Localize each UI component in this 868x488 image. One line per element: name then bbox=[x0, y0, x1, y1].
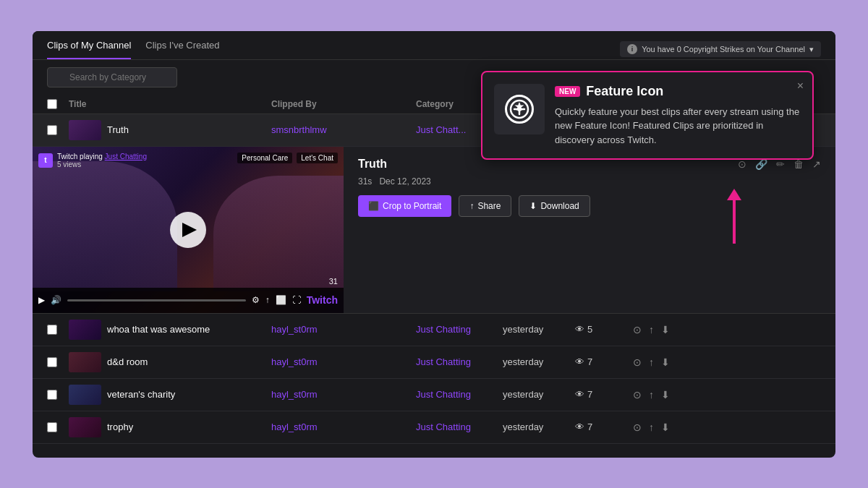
feature-action-3[interactable]: ⊙ bbox=[633, 421, 642, 433]
feature-popup: NEW Feature Icon Quickly feature your be… bbox=[481, 71, 814, 160]
thumb-0 bbox=[69, 320, 101, 340]
title-1: d&d room bbox=[107, 356, 148, 367]
popup-close-button[interactable]: × bbox=[797, 80, 804, 93]
category-0[interactable]: Just Chatting bbox=[416, 324, 503, 335]
share-control-icon[interactable]: ↑ bbox=[265, 295, 270, 305]
date-0: yesterday bbox=[503, 324, 575, 335]
download-icon: ⬇ bbox=[529, 201, 537, 211]
clip-title: Truth bbox=[358, 158, 387, 171]
actions-3: ⊙ ↑ ⬇ bbox=[633, 421, 705, 433]
popup-new-badge: NEW bbox=[555, 86, 580, 97]
settings-icon[interactable]: ⚙ bbox=[252, 295, 260, 305]
screenshot-icon[interactable]: ⬜ bbox=[276, 295, 286, 305]
thumb-1 bbox=[69, 352, 101, 372]
eye-icon-3: 👁 bbox=[575, 421, 584, 432]
feature-star-icon bbox=[505, 95, 534, 124]
actions-0: ⊙ ↑ ⬇ bbox=[633, 324, 705, 335]
video-duration-overlay: 31 bbox=[329, 277, 338, 286]
chevron-down-icon: ▾ bbox=[809, 45, 814, 54]
play-control-icon[interactable]: ▶ bbox=[38, 295, 45, 305]
info-icon: i bbox=[627, 44, 637, 54]
popup-title-row: NEW Feature Icon bbox=[555, 84, 801, 99]
row-title-2: veteran's charity bbox=[69, 385, 271, 405]
feature-action-2[interactable]: ⊙ bbox=[633, 389, 642, 401]
feature-action-1[interactable]: ⊙ bbox=[633, 356, 642, 368]
feature-action-0[interactable]: ⊙ bbox=[633, 324, 642, 335]
row-clipped-by-truth[interactable]: smsnbrthlmw bbox=[271, 124, 416, 135]
actions-2: ⊙ ↑ ⬇ bbox=[633, 389, 705, 401]
share-button[interactable]: ↑ Share bbox=[459, 195, 511, 217]
th-clipped-by: Clipped By bbox=[271, 99, 416, 109]
arrow-indicator bbox=[727, 189, 741, 244]
upload-action-1[interactable]: ↑ bbox=[649, 356, 654, 368]
external-link-icon[interactable]: ↗ bbox=[812, 158, 821, 170]
main-window: Clips of My Channel Clips I've Created i… bbox=[33, 31, 835, 458]
clipped-by-2[interactable]: hayl_st0rm bbox=[271, 389, 416, 400]
expanded-section: t Twitch playing Just Chatting 5 views P… bbox=[33, 147, 835, 314]
download-action-2[interactable]: ⬇ bbox=[661, 389, 670, 401]
download-action-1[interactable]: ⬇ bbox=[661, 356, 670, 368]
th-title: Title bbox=[69, 99, 271, 109]
search-input[interactable] bbox=[47, 67, 177, 87]
date-2: yesterday bbox=[503, 389, 575, 400]
upload-action-0[interactable]: ↑ bbox=[649, 324, 654, 335]
upload-action-3[interactable]: ↑ bbox=[649, 421, 654, 433]
search-wrapper: 🔍 bbox=[47, 67, 177, 87]
table-row[interactable]: whoa that was awesome hayl_st0rm Just Ch… bbox=[33, 314, 835, 346]
thumb-2 bbox=[69, 385, 101, 405]
tab-clips-my-channel[interactable]: Clips of My Channel bbox=[47, 40, 131, 59]
table-row[interactable]: veteran's charity hayl_st0rm Just Chatti… bbox=[33, 379, 835, 411]
header: Clips of My Channel Clips I've Created i… bbox=[33, 31, 835, 60]
category-2[interactable]: Just Chatting bbox=[416, 389, 503, 400]
tabs-left: Clips of My Channel Clips I've Created bbox=[47, 40, 220, 59]
thumb-truth bbox=[69, 120, 101, 140]
row-title-truth: Truth bbox=[69, 120, 271, 140]
download-action-3[interactable]: ⬇ bbox=[661, 421, 670, 433]
download-button[interactable]: ⬇ Download bbox=[519, 195, 590, 217]
actions-1: ⊙ ↑ ⬇ bbox=[633, 356, 705, 368]
fullscreen-icon[interactable]: ⛶ bbox=[292, 295, 301, 305]
volume-icon[interactable]: 🔊 bbox=[51, 295, 61, 305]
progress-bar[interactable] bbox=[67, 299, 246, 301]
row-title-0: whoa that was awesome bbox=[69, 320, 271, 340]
download-button-label: Download bbox=[540, 201, 579, 211]
select-all-checkbox[interactable] bbox=[47, 99, 57, 109]
clipped-by-0[interactable]: hayl_st0rm bbox=[271, 324, 416, 335]
twitch-logo-control: Twitch bbox=[307, 294, 338, 306]
category-1[interactable]: Just Chatting bbox=[416, 356, 503, 367]
checkbox-row-1[interactable] bbox=[47, 357, 57, 367]
row-title-3: trophy bbox=[69, 417, 271, 437]
checkbox-truth[interactable] bbox=[47, 125, 57, 135]
checkbox-row-3[interactable] bbox=[47, 422, 57, 432]
row-checkbox-truth bbox=[47, 125, 69, 135]
play-icon bbox=[182, 223, 197, 237]
popup-title: Feature Icon bbox=[586, 84, 663, 99]
clip-meta: 31s Dec 12, 2023 bbox=[358, 176, 821, 187]
download-action-0[interactable]: ⬇ bbox=[661, 324, 670, 335]
checkbox-row-2[interactable] bbox=[47, 390, 57, 400]
clip-button-row: ⬛ Crop to Portrait ↑ Share ⬇ Download bbox=[358, 195, 821, 217]
title-text-truth: Truth bbox=[107, 124, 129, 135]
table-row[interactable]: d&d room hayl_st0rm Just Chatting yester… bbox=[33, 346, 835, 379]
upload-action-2[interactable]: ↑ bbox=[649, 389, 654, 401]
views-0: 👁 5 bbox=[575, 324, 633, 335]
share-button-label: Share bbox=[477, 201, 501, 211]
category-3[interactable]: Just Chatting bbox=[416, 421, 503, 432]
video-preview[interactable]: t Twitch playing Just Chatting 5 views P… bbox=[33, 147, 344, 313]
eye-icon-2: 👁 bbox=[575, 389, 584, 400]
crop-button-label: Crop to Portrait bbox=[383, 201, 441, 211]
popup-description: Quickly feature your best clips after ev… bbox=[555, 105, 801, 147]
copyright-notice[interactable]: i You have 0 Copyright Strikes on Your C… bbox=[620, 41, 821, 57]
title-2: veteran's charity bbox=[107, 389, 175, 400]
checkbox-row-0[interactable] bbox=[47, 325, 57, 335]
copyright-label: You have 0 Copyright Strikes on Your Cha… bbox=[642, 45, 805, 53]
row-title-1: d&d room bbox=[69, 352, 271, 372]
crop-to-portrait-button[interactable]: ⬛ Crop to Portrait bbox=[358, 195, 451, 217]
play-button[interactable] bbox=[170, 212, 206, 248]
views-2: 👁 7 bbox=[575, 389, 633, 400]
table-row[interactable]: trophy hayl_st0rm Just Chatting yesterda… bbox=[33, 411, 835, 444]
clipped-by-1[interactable]: hayl_st0rm bbox=[271, 356, 416, 367]
clipped-by-3[interactable]: hayl_st0rm bbox=[271, 421, 416, 432]
clip-date: Dec 12, 2023 bbox=[379, 176, 430, 187]
tab-clips-ive-created[interactable]: Clips I've Created bbox=[145, 40, 219, 59]
